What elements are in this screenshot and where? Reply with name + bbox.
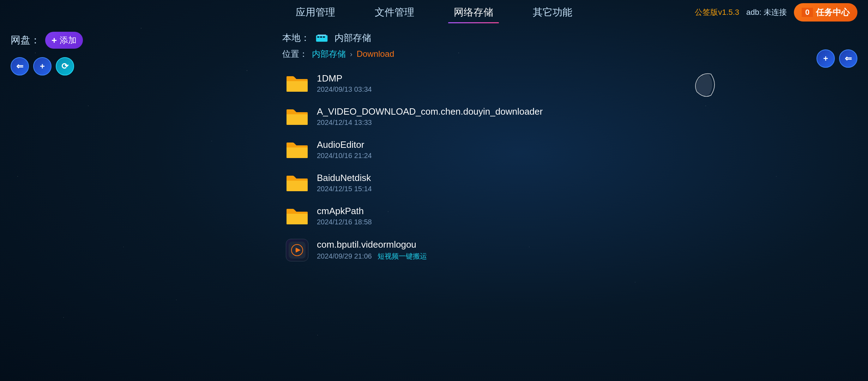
storage-device-icon (315, 33, 328, 43)
add-plus-icon: + (52, 35, 57, 46)
file-date: 2024/10/16 21:24 (317, 152, 372, 160)
breadcrumb-separator: › (350, 50, 352, 58)
plus-button-right[interactable]: + (816, 49, 835, 68)
left-controls: ⇐ + ⟳ (11, 57, 131, 75)
file-date: 2024/12/14 13:33 (317, 119, 372, 127)
file-name: com.bputil.videormlogou (317, 239, 427, 250)
file-meta: 2024/10/16 21:24 (317, 152, 372, 160)
file-info: cmApkPath 2024/12/16 18:58 (317, 206, 372, 226)
file-name: 1DMP (317, 73, 372, 84)
adb-status: adb: 未连接 (746, 7, 787, 18)
nav-right: 公签版v1.5.3 adb: 未连接 0 任务中心 (695, 0, 857, 25)
add-label: 添加 (60, 35, 77, 46)
left-panel: 网盘： + 添加 ⇐ + ⟳ (0, 25, 141, 83)
back-icon-left: ⇐ (16, 61, 23, 71)
back-icon-right: ⇐ (845, 54, 852, 64)
svg-rect-3 (323, 36, 325, 38)
list-item[interactable]: A_VIDEO_DOWNLOAD_com.chen.douyin_downloa… (282, 100, 790, 133)
file-meta: 2024/09/13 03:34 (317, 85, 372, 93)
file-info: com.bputil.videormlogou 2024/09/29 21:06… (317, 239, 427, 261)
breadcrumb-root[interactable]: 内部存储 (312, 48, 346, 60)
list-item[interactable]: com.bputil.videormlogou 2024/09/29 21:06… (282, 232, 790, 268)
folder-icon (286, 74, 308, 92)
folder-icon (286, 107, 308, 126)
svg-rect-1 (317, 36, 319, 38)
add-netdisk-button[interactable]: + 添加 (45, 32, 83, 49)
file-list: 1DMP 2024/09/13 03:34 A_VIDEO_DOWNLOAD_c… (275, 67, 797, 268)
file-meta: 2024/12/14 13:33 (317, 119, 543, 127)
breadcrumb: 位置： 内部存储 › Download (275, 48, 797, 60)
nav-item-other-features[interactable]: 其它功能 (527, 3, 578, 22)
file-info: A_VIDEO_DOWNLOAD_com.chen.douyin_downloa… (317, 106, 543, 127)
folder-icon (286, 140, 308, 159)
file-name: BaiduNetdisk (317, 173, 372, 183)
file-date: 2024/12/16 18:58 (317, 218, 372, 226)
main-content: 本地： 内部存储 位置： 内部存储 › Download (275, 25, 797, 381)
svg-rect-4 (318, 35, 326, 36)
top-nav: 应用管理 文件管理 网络存储 其它功能 公签版v1.5.3 adb: 未连接 0… (0, 0, 868, 25)
list-item[interactable]: 1DMP 2024/09/13 03:34 (282, 67, 790, 100)
file-info: BaiduNetdisk 2024/12/15 15:14 (317, 173, 372, 193)
nav-item-app-manage[interactable]: 应用管理 (290, 3, 341, 22)
storage-selector[interactable]: 内部存储 (315, 32, 371, 44)
file-name: AudioEditor (317, 139, 372, 150)
file-info: AudioEditor 2024/10/16 21:24 (317, 139, 372, 160)
folder-icon (286, 174, 308, 192)
plus-icon-left: + (40, 61, 45, 71)
list-item[interactable]: cmApkPath 2024/12/16 18:58 (282, 199, 790, 232)
task-count-badge: 0 (802, 8, 813, 17)
plus-button-left[interactable]: + (33, 57, 52, 75)
local-label: 本地： (282, 32, 310, 44)
file-date: 2024/09/29 21:06 (317, 252, 372, 260)
breadcrumb-current: Download (357, 49, 394, 59)
file-name: A_VIDEO_DOWNLOAD_com.chen.douyin_downloa… (317, 106, 543, 117)
svg-rect-2 (320, 36, 322, 38)
list-item[interactable]: AudioEditor 2024/10/16 21:24 (282, 133, 790, 166)
nav-item-file-manage[interactable]: 文件管理 (369, 3, 420, 22)
back-button-left[interactable]: ⇐ (11, 57, 29, 75)
list-item[interactable]: BaiduNetdisk 2024/12/15 15:14 (282, 166, 790, 199)
folder-icon (286, 207, 308, 225)
netdisk-label: 网盘： (11, 34, 40, 47)
file-meta: 2024/12/16 18:58 (317, 218, 372, 226)
plus-icon-right: + (823, 54, 828, 64)
svg-rect-0 (316, 35, 327, 42)
file-tag: 短视频一键搬运 (378, 252, 427, 261)
nav-item-network-storage[interactable]: 网络存储 (448, 3, 499, 22)
netdisk-header: 网盘： + 添加 (11, 32, 131, 49)
task-center-button[interactable]: 0 任务中心 (794, 3, 857, 22)
task-center-label: 任务中心 (816, 7, 850, 18)
file-meta: 2024/12/15 15:14 (317, 185, 372, 193)
right-panel: + ⇐ (797, 25, 868, 75)
svg-point-8 (295, 248, 299, 252)
back-button-right[interactable]: ⇐ (839, 49, 857, 68)
file-date: 2024/09/13 03:34 (317, 85, 372, 93)
refresh-button-left[interactable]: ⟳ (56, 57, 74, 75)
refresh-icon-left: ⟳ (61, 61, 68, 71)
storage-name: 内部存储 (334, 32, 371, 44)
file-date: 2024/12/15 15:14 (317, 185, 372, 193)
file-meta: 2024/09/29 21:06 短视频一键搬运 (317, 252, 427, 261)
file-name: cmApkPath (317, 206, 372, 217)
breadcrumb-label: 位置： (282, 48, 308, 60)
app-icon (286, 239, 308, 261)
local-storage-bar: 本地： 内部存储 (275, 32, 797, 44)
right-controls: + ⇐ (816, 49, 857, 68)
file-info: 1DMP 2024/09/13 03:34 (317, 73, 372, 93)
version-text: 公签版v1.5.3 (695, 7, 739, 18)
